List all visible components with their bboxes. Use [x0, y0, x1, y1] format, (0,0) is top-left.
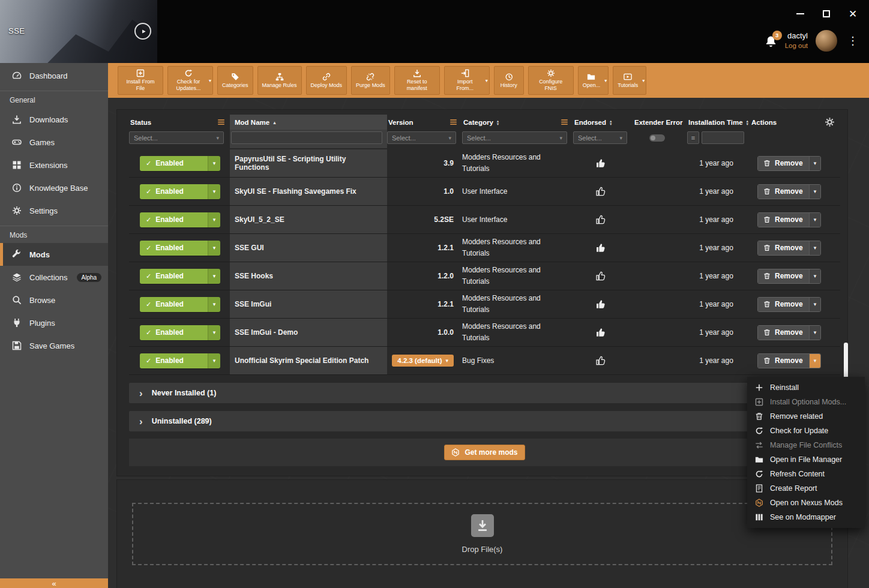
- endorsed-thumb-icon[interactable]: [596, 158, 606, 169]
- sidebar-item-mods[interactable]: Mods: [0, 243, 108, 266]
- status-filter-select[interactable]: Select...▾: [129, 131, 224, 144]
- remove-menu-caret[interactable]: ▾: [809, 241, 820, 255]
- toolbar-deploy-mods-button[interactable]: Deploy Mods: [306, 66, 347, 95]
- remove-menu-caret[interactable]: ▾: [809, 213, 820, 227]
- sidebar-item-plugins[interactable]: Plugins: [0, 311, 108, 334]
- endorsed-thumb-icon[interactable]: [596, 299, 606, 310]
- status-caret-button[interactable]: ▾: [208, 269, 220, 284]
- group-uninstalled[interactable]: › Uninstalled (289): [129, 411, 840, 431]
- context-menu-item-open-in-file-manager[interactable]: Open in File Manager: [747, 452, 865, 467]
- column-header-category[interactable]: Category: [463, 119, 493, 126]
- context-menu-item-remove-related[interactable]: Remove related: [747, 409, 865, 424]
- play-button[interactable]: [134, 23, 151, 40]
- toolbar-install-from-file-button[interactable]: Install From File: [118, 66, 163, 95]
- mod-name-cell[interactable]: SkyUI SE - Flashing Savegames Fix: [230, 178, 387, 205]
- notifications-button[interactable]: 3: [765, 35, 777, 47]
- remove-menu-caret[interactable]: ▾: [809, 185, 820, 199]
- column-header-version[interactable]: Version: [388, 119, 413, 126]
- status-caret-button[interactable]: ▾: [208, 325, 220, 340]
- mod-name-cell[interactable]: SkyUI_5_2_SE: [230, 206, 387, 233]
- mod-status-toggle[interactable]: ✓Enabled▾: [140, 269, 220, 284]
- endorsed-thumb-icon[interactable]: [596, 328, 606, 338]
- context-menu-item-reinstall[interactable]: Reinstall: [747, 380, 865, 395]
- sidebar-item-collections[interactable]: CollectionsAlpha: [0, 266, 108, 289]
- remove-menu-caret[interactable]: ▾: [809, 157, 820, 170]
- close-button[interactable]: ✕: [846, 7, 859, 20]
- get-more-mods-button[interactable]: Get more mods: [444, 445, 525, 460]
- sidebar-item-knowledge-base[interactable]: Knowledge Base: [0, 176, 108, 199]
- endorse-thumb-icon[interactable]: [596, 187, 606, 197]
- remove-button[interactable]: Remove: [758, 269, 809, 283]
- mod-name-cell[interactable]: Unofficial Skyrim Special Edition Patch: [230, 347, 387, 374]
- context-menu-item-create-report[interactable]: Create Report: [747, 481, 865, 496]
- column-header-extender-error[interactable]: Extender Error: [634, 119, 683, 126]
- version-dropdown[interactable]: 4.2.3 (default)▾: [392, 355, 454, 367]
- mod-status-toggle[interactable]: ✓Enabled▾: [140, 184, 220, 199]
- endorsed-thumb-icon[interactable]: [596, 243, 606, 253]
- mod-name-cell[interactable]: SSE GUI: [230, 234, 387, 262]
- filter-list-icon[interactable]: [217, 118, 225, 126]
- status-caret-button[interactable]: ▾: [208, 184, 220, 199]
- status-caret-button[interactable]: ▾: [208, 156, 220, 171]
- column-header-mod-name[interactable]: Mod Name: [235, 119, 269, 126]
- toolbar-purge-mods-button[interactable]: Purge Mods: [351, 66, 390, 95]
- sidebar-item-browse[interactable]: Browse: [0, 289, 108, 311]
- endorse-thumb-icon[interactable]: [596, 271, 606, 281]
- status-caret-button[interactable]: ▾: [208, 212, 220, 227]
- context-menu-item-see-on-modmapper[interactable]: See on Modmapper: [747, 510, 865, 524]
- remove-button[interactable]: Remove: [758, 213, 809, 227]
- avatar[interactable]: [816, 30, 837, 52]
- sidebar-item-save-games[interactable]: Save Games: [0, 334, 108, 357]
- sidebar-item-settings[interactable]: Settings: [0, 199, 108, 222]
- toolbar-open-button[interactable]: Open...▾: [578, 66, 609, 95]
- mod-status-toggle[interactable]: ✓Enabled▾: [140, 297, 220, 312]
- filter-list-icon[interactable]: [450, 118, 457, 126]
- column-header-endorsed[interactable]: Endorsed: [574, 119, 606, 126]
- minimize-button[interactable]: [793, 7, 807, 20]
- remove-button[interactable]: Remove: [758, 298, 809, 311]
- column-header-installation-time[interactable]: Installation Time: [688, 119, 743, 126]
- context-menu-item-open-on-nexus-mods[interactable]: Open on Nexus Mods: [747, 496, 865, 510]
- toolbar-import-from-button[interactable]: Import From...▾: [444, 66, 490, 95]
- remove-button[interactable]: Remove: [758, 157, 809, 170]
- mod-status-toggle[interactable]: ✓Enabled▾: [140, 156, 220, 171]
- logout-link[interactable]: Log out: [785, 41, 808, 51]
- scrollbar-thumb[interactable]: [844, 343, 848, 380]
- kebab-menu-icon[interactable]: ⋮: [845, 34, 861, 47]
- column-header-actions[interactable]: Actions: [751, 119, 777, 126]
- remove-menu-caret[interactable]: ▾: [809, 298, 820, 311]
- mod-status-toggle[interactable]: ✓Enabled▾: [140, 212, 220, 227]
- sidebar-item-dashboard[interactable]: Dashboard: [0, 64, 108, 87]
- toolbar-tutorials-button[interactable]: Tutorials▾: [613, 66, 646, 95]
- toolbar-check-for-updates-button[interactable]: Check for Updates...▾: [167, 66, 213, 95]
- toolbar-reset-to-manifest-button[interactable]: Reset to manifest: [394, 66, 440, 95]
- remove-button[interactable]: Remove: [758, 326, 809, 340]
- mod-name-filter-input[interactable]: [231, 131, 382, 144]
- maximize-button[interactable]: [820, 7, 833, 20]
- context-menu-item-check-for-update[interactable]: Check for Update: [747, 424, 865, 438]
- toolbar-categories-button[interactable]: Categories: [217, 66, 253, 95]
- status-caret-button[interactable]: ▾: [208, 241, 220, 256]
- toolbar-configure-fnis-button[interactable]: Configure FNIS: [528, 66, 574, 95]
- drop-files-zone[interactable]: Drop File(s): [132, 503, 832, 565]
- remove-menu-caret[interactable]: ▾: [809, 326, 820, 340]
- remove-button[interactable]: Remove: [758, 354, 809, 368]
- gear-icon[interactable]: [825, 117, 835, 127]
- time-filter-input[interactable]: [702, 131, 744, 144]
- remove-menu-caret[interactable]: ▾: [809, 354, 820, 368]
- version-filter-select[interactable]: Select...▾: [387, 131, 456, 144]
- mod-status-toggle[interactable]: ✓Enabled▾: [140, 325, 220, 340]
- mod-name-cell[interactable]: SSE Hooks: [230, 262, 387, 290]
- column-header-status[interactable]: Status: [130, 119, 151, 126]
- remove-menu-caret[interactable]: ▾: [809, 269, 820, 283]
- endorsed-filter-select[interactable]: Select...▾: [573, 131, 627, 144]
- toolbar-manage-rules-button[interactable]: Manage Rules: [257, 66, 302, 95]
- extender-error-filter-toggle[interactable]: [649, 134, 665, 142]
- group-never-installed[interactable]: › Never Installed (1): [129, 383, 840, 403]
- filter-list-icon[interactable]: [561, 118, 568, 126]
- sidebar-item-games[interactable]: Games: [0, 131, 108, 154]
- time-filter-operator[interactable]: =: [687, 131, 699, 144]
- status-caret-button[interactable]: ▾: [208, 297, 220, 312]
- endorse-thumb-icon[interactable]: [596, 356, 606, 366]
- mod-name-cell[interactable]: SSE ImGui: [230, 290, 387, 318]
